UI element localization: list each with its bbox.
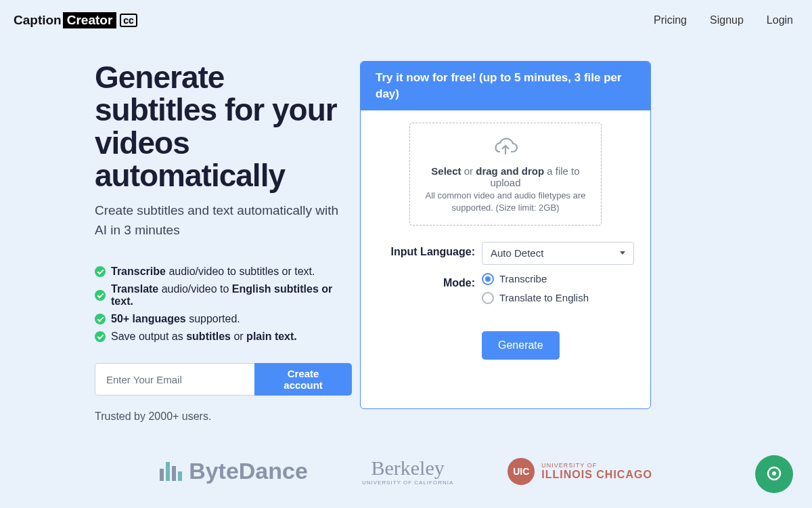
- mode-radios: Transcribe Translate to English: [482, 273, 634, 311]
- partner-logos: ByteDance Berkeley UNIVERSITY OF CALIFOR…: [0, 457, 812, 486]
- nav-signup[interactable]: Signup: [710, 14, 744, 26]
- chat-icon: [765, 465, 783, 483]
- mode-label: Mode:: [377, 273, 482, 289]
- dropzone-line2: All common video and audio filetypes are…: [418, 190, 593, 214]
- feature-translate: Translate audio/video to English subtitl…: [95, 283, 352, 308]
- check-icon: [95, 314, 106, 324]
- trusted-text: Trusted by 2000+ users.: [95, 410, 352, 423]
- logo-text-1: Caption: [14, 13, 62, 28]
- try-panel-wrapper: Try it now for free! (up to 5 minutes, 3…: [360, 61, 651, 423]
- feature-transcribe: Transcribe audio/video to subtitles or t…: [95, 266, 352, 278]
- panel-header: Try it now for free! (up to 5 minutes, 3…: [361, 62, 650, 110]
- feature-output: Save output as subtitles or plain text.: [95, 331, 352, 343]
- logo-badge: cc: [120, 14, 137, 27]
- feature-list: Transcribe audio/video to subtitles or t…: [95, 266, 352, 343]
- nav-pricing[interactable]: Pricing: [654, 14, 687, 26]
- mode-row: Mode: Transcribe Translate to English: [377, 273, 634, 311]
- check-icon: [95, 266, 106, 277]
- try-panel: Try it now for free! (up to 5 minutes, 3…: [360, 61, 651, 409]
- panel-body: Select or drag and drop a file to upload…: [361, 110, 650, 408]
- language-row: Input Language: Auto Detect: [377, 242, 634, 265]
- mode-translate-option[interactable]: Translate to English: [482, 292, 634, 304]
- nav-login[interactable]: Login: [767, 14, 793, 26]
- top-nav: Pricing Signup Login: [654, 14, 793, 26]
- generate-button[interactable]: Generate: [482, 331, 560, 360]
- logo-text-2: Creator: [63, 12, 117, 28]
- chat-button[interactable]: [755, 455, 793, 493]
- bytedance-icon: [160, 462, 182, 481]
- dropzone-line1: Select or drag and drop a file to upload: [418, 165, 593, 188]
- main: Generate subtitles for your videos autom…: [0, 28, 812, 423]
- language-value: Auto Detect: [491, 247, 543, 259]
- check-icon: [95, 290, 106, 301]
- header: Caption Creator cc Pricing Signup Login: [0, 0, 812, 28]
- logo[interactable]: Caption Creator cc: [14, 12, 137, 28]
- language-label: Input Language:: [377, 242, 482, 258]
- logo-bytedance: ByteDance: [160, 458, 308, 484]
- cloud-upload-icon: [493, 135, 518, 157]
- logo-berkeley: Berkeley UNIVERSITY OF CALIFORNIA: [362, 457, 453, 486]
- hero-subtitle: Create subtitles and text automatically …: [95, 201, 352, 240]
- email-signup-row: Create account: [95, 363, 352, 396]
- feature-languages: 50+ languages supported.: [95, 313, 352, 325]
- check-icon: [95, 331, 106, 342]
- svg-point-1: [772, 471, 776, 475]
- chevron-down-icon: [620, 251, 625, 255]
- radio-icon: [482, 273, 494, 285]
- radio-icon: [482, 292, 494, 304]
- create-account-button[interactable]: Create account: [254, 363, 352, 396]
- mode-transcribe-option[interactable]: Transcribe: [482, 273, 634, 285]
- uic-badge-icon: UIC: [508, 458, 535, 485]
- hero-title: Generate subtitles for your videos autom…: [95, 61, 352, 192]
- file-dropzone[interactable]: Select or drag and drop a file to upload…: [409, 123, 602, 226]
- hero-section: Generate subtitles for your videos autom…: [0, 61, 352, 423]
- language-select[interactable]: Auto Detect: [482, 242, 634, 265]
- logo-uic: UIC UNIVERSITY OF ILLINOIS CHICAGO: [508, 458, 652, 485]
- email-input[interactable]: [95, 363, 254, 396]
